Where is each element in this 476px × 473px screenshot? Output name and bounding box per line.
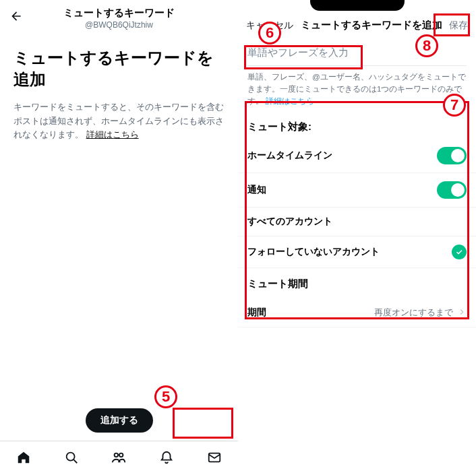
row-all-accounts-label: すべてのアカウント	[247, 216, 467, 228]
row-home-timeline-label: ホームタイムライン	[247, 150, 437, 162]
left-main: ミュートするキーワードを追加 キーワードをミュートすると、そのキーワードを含むポ…	[0, 34, 238, 142]
row-all-accounts[interactable]: すべてのアカウント	[238, 208, 476, 236]
nav-notifications[interactable]	[159, 450, 174, 465]
check-icon	[455, 248, 463, 256]
left-header-titles: ミュートするキーワード @BWQB6QiJtzhiw	[9, 7, 229, 30]
row-period[interactable]: 期間 再度オンにするまで	[238, 298, 476, 327]
svg-line-1	[73, 460, 77, 463]
toggle-home-timeline[interactable]	[437, 147, 467, 164]
nav-search[interactable]	[64, 450, 79, 465]
row-period-value: 再度オンにするまで	[374, 307, 453, 319]
radio-not-following[interactable]	[452, 245, 467, 259]
left-header-title: ミュートするキーワード	[9, 7, 229, 20]
left-description: キーワードをミュートすると、そのキーワードを含むポストは通知されず、ホームタイム…	[13, 100, 225, 142]
nav-communities[interactable]	[111, 450, 126, 465]
nav-home[interactable]	[16, 450, 31, 465]
row-period-label: 期間	[247, 307, 374, 319]
toggle-notifications[interactable]	[437, 181, 467, 199]
keyword-input-row	[238, 36, 476, 65]
save-button[interactable]: 保存	[449, 20, 468, 32]
left-learn-more-link[interactable]: 詳細はこちら	[86, 129, 139, 139]
left-heading: ミュートするキーワードを追加	[13, 47, 225, 91]
row-notifications[interactable]: 通知	[238, 173, 476, 208]
svg-point-0	[67, 452, 75, 460]
left-header-subtitle: @BWQB6QiJtzhiw	[9, 20, 229, 30]
screen-muted-keywords-list: ミュートするキーワード @BWQB6QiJtzhiw ミュートするキーワードを追…	[0, 0, 238, 473]
section-mute-target: ミュート対象:	[238, 114, 476, 139]
device-notch	[310, 0, 405, 11]
add-button[interactable]: 追加する	[86, 408, 153, 433]
right-header: キャンセル ミュートするキーワードを追加 保存	[238, 15, 476, 36]
nav-messages[interactable]	[207, 450, 222, 465]
screen-add-muted-keyword: キャンセル ミュートするキーワードを追加 保存 単語、フレーズ、@ユーザー名、ハ…	[238, 0, 476, 473]
cancel-button[interactable]: キャンセル	[246, 20, 293, 32]
chevron-right-icon	[457, 307, 467, 319]
right-header-title: ミュートするキーワードを追加	[293, 19, 449, 32]
row-notifications-label: 通知	[247, 184, 437, 196]
keyword-input[interactable]	[247, 46, 467, 58]
search-icon	[64, 450, 79, 465]
bell-icon	[159, 450, 174, 465]
home-icon	[16, 450, 31, 465]
people-icon	[111, 450, 126, 465]
row-not-following[interactable]: フォローしていないアカウント	[238, 236, 476, 268]
section-mute-period: ミュート期間	[238, 268, 476, 298]
mail-icon	[207, 450, 222, 465]
help-learn-more-link[interactable]: 詳細はこちら	[266, 97, 314, 105]
section-mute-period-label: ミュート期間	[247, 278, 467, 290]
svg-point-3	[119, 453, 123, 457]
bottom-nav	[0, 441, 238, 473]
row-home-timeline[interactable]: ホームタイムライン	[238, 139, 476, 173]
svg-point-2	[115, 453, 119, 457]
left-header: ミュートするキーワード @BWQB6QiJtzhiw	[0, 0, 238, 34]
divider	[247, 65, 467, 66]
help-text: 単語、フレーズ、@ユーザー名、ハッシュタグをミュートできます。一度にミュートでき…	[238, 71, 476, 114]
row-not-following-label: フォローしていないアカウント	[247, 246, 452, 258]
